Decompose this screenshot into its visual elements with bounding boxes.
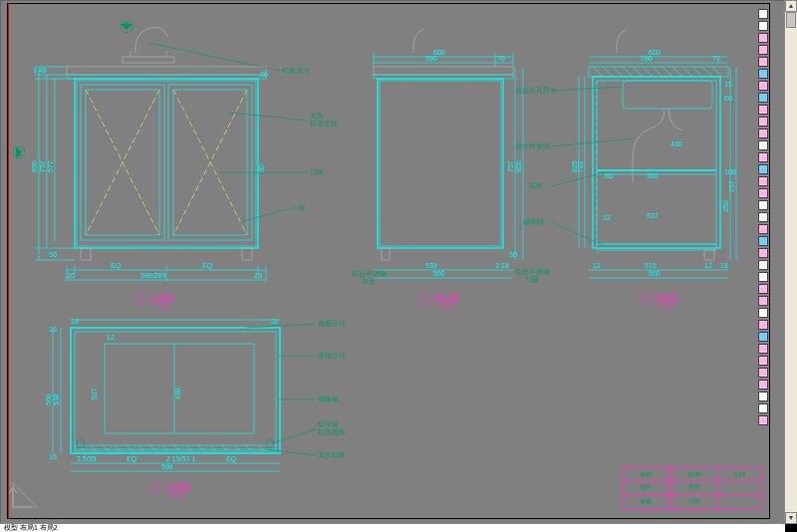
side-mark: 2 bbox=[422, 294, 427, 303]
svg-line-125 bbox=[272, 429, 316, 443]
dim-12: 12 bbox=[603, 214, 611, 221]
svg-line-58 bbox=[603, 67, 613, 77]
dim-70: 70 bbox=[497, 55, 505, 62]
svg-rect-5 bbox=[75, 79, 258, 248]
svg-rect-76 bbox=[597, 244, 716, 250]
dim-850: 850 bbox=[31, 160, 38, 172]
co-top1: 地面三分 bbox=[317, 320, 346, 327]
dim-50: 50 bbox=[49, 251, 57, 258]
app-frame: 850 757 577 3 48 50 60 36 EQ EQ 20 20 59… bbox=[0, 0, 797, 532]
svg-line-108 bbox=[186, 445, 192, 451]
ucs-icon bbox=[11, 481, 39, 509]
dim-21553: 2 15/53 1 bbox=[166, 455, 195, 462]
dim-18tr: 18 bbox=[270, 318, 278, 325]
side-cap2: 单盆 bbox=[362, 278, 376, 285]
svg-line-104 bbox=[138, 445, 144, 451]
svg-text:铝孔底板: 铝孔底板 bbox=[317, 428, 346, 435]
svg-rect-45 bbox=[382, 248, 390, 260]
svg-line-112 bbox=[234, 445, 240, 451]
dim-757: 757 bbox=[39, 160, 46, 172]
co-side: 侧板板 bbox=[318, 396, 339, 402]
dim-50s: 50 bbox=[509, 251, 517, 258]
scroll-up-arrow[interactable]: ▲ bbox=[785, 0, 797, 12]
svg-rect-77 bbox=[704, 250, 714, 260]
right-tool-palette[interactable] bbox=[758, 7, 770, 499]
svg-point-115 bbox=[77, 439, 85, 447]
view-plan: 18 18 560 538 18 18 527 490 12 3 5/20 EQ… bbox=[47, 316, 386, 515]
command-line[interactable]: 模型 布局1 布局2 bbox=[0, 523, 785, 532]
dim-12b: 12 bbox=[593, 262, 601, 269]
svg-line-33 bbox=[230, 113, 308, 121]
dim-20r: 20 bbox=[254, 272, 262, 279]
svg-line-101 bbox=[103, 445, 109, 451]
svg-rect-16 bbox=[242, 248, 252, 260]
svg-line-62 bbox=[643, 67, 653, 77]
co-top2: 准地三分 bbox=[318, 352, 346, 359]
svg-text:18: 18 bbox=[720, 262, 728, 269]
dim-850s: 850 bbox=[515, 160, 522, 172]
callout-door: 门板 bbox=[310, 168, 324, 175]
dim-18v: 18 bbox=[49, 326, 57, 333]
svg-line-59 bbox=[613, 67, 623, 77]
dim-80: 80 bbox=[605, 172, 613, 179]
svg-line-107 bbox=[174, 445, 180, 451]
dim-490p: 490 bbox=[174, 388, 181, 399]
vertical-scrollbar[interactable]: ▲ ▼ bbox=[784, 0, 797, 524]
svg-text:铝合不锈钢: 铝合不锈钢 bbox=[514, 268, 550, 276]
drawing-canvas[interactable]: 850 757 577 3 48 50 60 36 EQ EQ 20 20 59… bbox=[0, 0, 785, 524]
dim-eq-1: EQ bbox=[111, 262, 122, 270]
dim-3520: 3 5/20 bbox=[77, 455, 97, 462]
dim-eq-2: EQ bbox=[202, 262, 213, 270]
svg-line-114 bbox=[258, 445, 264, 451]
dim-eq-p2: EQ bbox=[226, 455, 237, 463]
svg-line-67 bbox=[692, 67, 702, 77]
svg-line-128 bbox=[266, 449, 316, 455]
front-scale: 1:10 bbox=[154, 303, 168, 310]
dim-1218: 12 bbox=[704, 262, 712, 269]
callout-panel-a: 龙头 bbox=[310, 112, 324, 119]
front-mark: 1 bbox=[137, 294, 142, 303]
svg-text:2: 2 bbox=[17, 149, 21, 156]
dim-18v2: 18 bbox=[49, 453, 57, 460]
svg-line-35 bbox=[240, 208, 290, 222]
svg-line-105 bbox=[150, 445, 156, 451]
dim-722: 722 bbox=[577, 160, 584, 172]
dim-539: 539 bbox=[425, 262, 437, 269]
svg-line-63 bbox=[653, 67, 663, 77]
side-scale: 1:10 bbox=[439, 303, 453, 310]
sec-mark: 3 bbox=[642, 294, 647, 303]
svg-rect-72 bbox=[623, 81, 712, 109]
svg-line-113 bbox=[246, 445, 252, 451]
dim-eq-p1: EQ bbox=[127, 455, 137, 463]
svg-line-68 bbox=[702, 67, 712, 77]
svg-rect-0 bbox=[123, 57, 174, 63]
dim-560c: 560 bbox=[649, 270, 661, 277]
dim-60c: 60 bbox=[724, 95, 732, 102]
svg-line-69 bbox=[712, 67, 722, 77]
svg-rect-71 bbox=[597, 81, 716, 244]
dim-598p: 598 bbox=[161, 463, 173, 470]
dim-757c: 757 bbox=[728, 180, 735, 192]
side-cap1: 铝合不锈钢 bbox=[351, 270, 387, 278]
plan-mark: 4 bbox=[153, 483, 158, 492]
dim-360: 360 bbox=[647, 172, 659, 179]
scroll-down-arrow[interactable]: ▼ bbox=[785, 512, 797, 524]
co-shelf: 层板 bbox=[529, 182, 543, 189]
svg-line-64 bbox=[663, 67, 672, 77]
scroll-thumb[interactable] bbox=[786, 12, 796, 28]
svg-line-111 bbox=[222, 445, 228, 451]
dim-757s: 757 bbox=[507, 160, 514, 172]
layout-tabs: 模型 布局1 布局2 bbox=[4, 524, 58, 531]
svg-line-122 bbox=[246, 324, 316, 328]
dim-250: 250 bbox=[722, 200, 729, 212]
svg-rect-43 bbox=[378, 79, 503, 248]
svg-line-100 bbox=[91, 445, 97, 451]
callout-tag: 1 等 bbox=[292, 204, 305, 211]
sec-title: 剖面图 bbox=[655, 293, 678, 302]
dim-527p: 527 bbox=[91, 388, 98, 399]
title-block: 项目比例1:10 设计图号 审核日期 bbox=[623, 467, 762, 509]
svg-rect-3 bbox=[67, 67, 266, 75]
dim-515: 515 bbox=[645, 262, 657, 269]
dim-60-811: 60 bbox=[258, 164, 265, 172]
side-title: 侧立图 bbox=[435, 293, 459, 302]
